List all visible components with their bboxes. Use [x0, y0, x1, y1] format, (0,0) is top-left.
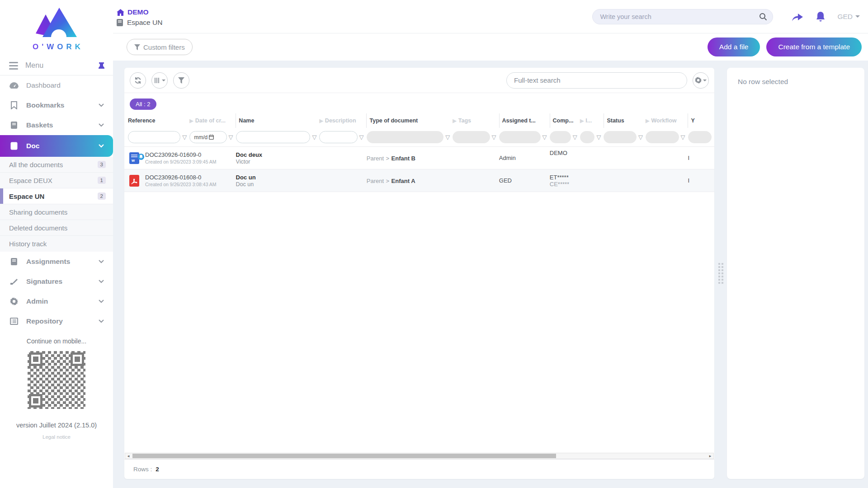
svg-text:w: w: [131, 158, 135, 163]
sidebar-item-label: Bookmarks: [26, 101, 64, 109]
breadcrumb-home-label: DEMO: [127, 8, 149, 16]
table-row[interactable]: DOC230926-01608-0 Created on 9/26/2023 3…: [124, 169, 714, 192]
chevron-down-icon: [99, 260, 104, 263]
table-toolbar: [124, 68, 714, 93]
column-header-company[interactable]: Comp...: [550, 113, 580, 128]
fulltext-search[interactable]: [506, 72, 687, 89]
filter-assigned-input: [499, 131, 541, 143]
row-company-1: ET*****: [550, 174, 604, 181]
pin-icon[interactable]: [98, 62, 105, 69]
column-header-type-of-document[interactable]: Type of document: [366, 113, 453, 128]
chevron-down-icon: [703, 80, 707, 81]
funnel-icon[interactable]: ▽: [542, 134, 547, 140]
share-icon[interactable]: [791, 11, 804, 22]
add-file-button[interactable]: Add a file: [708, 38, 760, 56]
funnel-icon[interactable]: ▽: [359, 134, 364, 140]
funnel-icon[interactable]: ▽: [492, 134, 496, 140]
sidebar-item-baskets[interactable]: Baskets: [0, 115, 113, 135]
column-header-i[interactable]: ▶I...: [580, 113, 604, 128]
assignments-icon: [9, 258, 19, 266]
column-header-reference[interactable]: Reference: [128, 113, 189, 128]
filter-date-input[interactable]: mm/d: [189, 131, 226, 143]
sidebar-item-assignments[interactable]: Assignments: [0, 252, 113, 272]
doc-icon: [9, 142, 19, 150]
sidebar-item-repository[interactable]: Repository: [0, 311, 113, 331]
sidebar: O'WORK Menu Dashboard Bookmarks: [0, 0, 113, 488]
row-company-1: DEMO: [550, 150, 604, 156]
sidebar-item-espace-deux[interactable]: Espace DEUX 1: [0, 173, 113, 188]
filter-tags: ▽: [453, 131, 499, 143]
filter-date: mm/d ▽: [189, 131, 236, 143]
legal-notice-link[interactable]: Legal notice: [0, 434, 113, 440]
horizontal-scrollbar[interactable]: ◂ ▸: [125, 453, 714, 459]
all-count-badge[interactable]: All : 2: [130, 99, 156, 110]
column-header-status[interactable]: Status: [604, 113, 646, 128]
sidebar-item-all-documents[interactable]: All the documents 3: [0, 157, 113, 173]
funnel-icon[interactable]: ▽: [445, 134, 450, 140]
global-search-input[interactable]: [600, 13, 759, 20]
chevron-down-icon: [99, 103, 104, 107]
filter-y-input: [688, 131, 712, 143]
scroll-left-arrow-icon[interactable]: ◂: [125, 453, 132, 459]
filter-button[interactable]: [173, 72, 189, 89]
funnel-icon[interactable]: ▽: [573, 134, 577, 140]
custom-filters-button[interactable]: Custom filters: [127, 39, 193, 55]
scrollbar-thumb[interactable]: [132, 454, 556, 458]
sidebar-item-dashboard[interactable]: Dashboard: [0, 75, 113, 95]
column-header-date-of-creation[interactable]: ▶Date of cr...: [189, 113, 236, 128]
funnel-icon[interactable]: ▽: [229, 134, 233, 140]
sort-arrow-icon: ▶: [319, 118, 323, 124]
filter-name-input[interactable]: [236, 131, 311, 143]
column-header-y[interactable]: Y: [688, 113, 714, 128]
column-header-assigned-to[interactable]: Assigned t...: [499, 113, 550, 128]
panel-resize-gutter[interactable]: [714, 68, 727, 479]
search-icon[interactable]: [759, 13, 767, 21]
filter-type: ▽: [367, 131, 453, 143]
filter-company: ▽: [550, 131, 580, 143]
row-created: Created on 9/26/2023 3:08:43 AM: [145, 182, 217, 187]
funnel-icon[interactable]: ▽: [638, 134, 643, 140]
filter-description-input[interactable]: [319, 131, 357, 143]
row-name-sub: Victor: [236, 159, 320, 165]
funnel-icon[interactable]: ▽: [596, 134, 601, 140]
sidebar-item-history-track[interactable]: History track: [0, 236, 113, 252]
table-header-row: Reference ▶Date of cr... Name ▶Descripti…: [124, 113, 714, 128]
column-header-name[interactable]: Name: [236, 113, 319, 128]
funnel-icon[interactable]: ▽: [182, 134, 187, 140]
menu-toggle[interactable]: Menu: [0, 55, 113, 75]
column-header-workflow[interactable]: ▶Workflow: [646, 113, 688, 128]
fulltext-search-input[interactable]: [514, 76, 679, 84]
refresh-button[interactable]: [130, 72, 146, 89]
sidebar-item-doc[interactable]: Doc: [0, 135, 113, 157]
sidebar-item-espace-un[interactable]: Espace UN 2: [0, 188, 113, 204]
global-search[interactable]: [592, 9, 773, 24]
column-header-tags[interactable]: ▶Tags: [453, 113, 499, 128]
table-filter-row: ▽ mm/d ▽ ▽ ▽: [124, 128, 714, 147]
sidebar-item-deleted-documents[interactable]: Deleted documents: [0, 220, 113, 236]
sidebar-item-bookmarks[interactable]: Bookmarks: [0, 95, 113, 115]
sidebar-item-label: Baskets: [26, 121, 53, 129]
notifications-bell-icon[interactable]: [816, 11, 826, 22]
sidebar-item-admin[interactable]: Admin: [0, 291, 113, 311]
filter-tags-input: [453, 131, 490, 143]
filter-reference-input[interactable]: [128, 131, 180, 143]
detail-panel: No row selected: [727, 68, 864, 479]
row-assigned-to: GED: [499, 177, 550, 184]
scroll-right-arrow-icon[interactable]: ▸: [707, 453, 713, 459]
columns-button[interactable]: [151, 72, 168, 89]
funnel-icon[interactable]: ▽: [312, 134, 316, 140]
create-from-template-button[interactable]: Create from a template: [766, 38, 862, 56]
drag-grip-icon[interactable]: [718, 263, 723, 284]
gear-icon: [695, 77, 702, 84]
column-header-description[interactable]: ▶Description: [319, 113, 366, 128]
breadcrumb-home[interactable]: DEMO: [117, 8, 162, 16]
sidebar-item-signatures[interactable]: Signatures: [0, 272, 113, 291]
user-menu[interactable]: GED: [837, 13, 860, 21]
funnel-icon[interactable]: ▽: [681, 134, 685, 140]
filter-assigned: ▽: [499, 131, 550, 143]
table-row[interactable]: w DOC230926-01609-0 Created on 9/26/2023…: [124, 147, 714, 169]
sort-arrow-icon: ▶: [453, 118, 456, 124]
table-settings-button[interactable]: [693, 72, 709, 89]
doc-submenu: All the documents 3 Espace DEUX 1 Espace…: [0, 157, 113, 252]
sidebar-item-sharing-documents[interactable]: Sharing documents: [0, 204, 113, 220]
